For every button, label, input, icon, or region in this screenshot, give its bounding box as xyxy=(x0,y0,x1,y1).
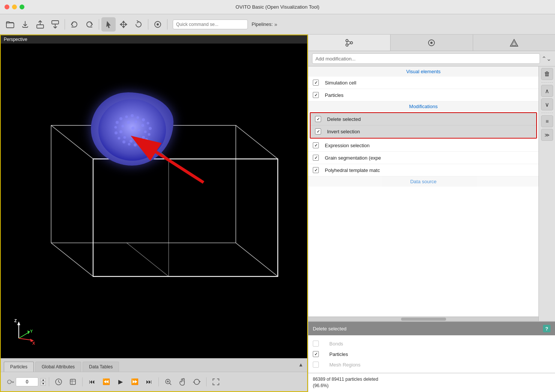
main-area: Perspective xyxy=(0,35,555,392)
pb-sep-2 xyxy=(82,377,83,386)
last-frame-btn[interactable]: ⏭ xyxy=(143,375,155,388)
rotate-tool-btn[interactable] xyxy=(131,17,146,32)
svg-line-17 xyxy=(127,243,169,276)
invert-selection-item[interactable]: Invert selection xyxy=(311,125,536,138)
svg-marker-54 xyxy=(27,330,30,334)
pipeline-tab[interactable] xyxy=(308,35,391,51)
svg-point-23 xyxy=(142,118,145,121)
modifications-header: Modifications xyxy=(308,101,538,112)
svg-point-24 xyxy=(147,122,149,125)
render-tab[interactable] xyxy=(391,35,473,51)
pipelines-arrow[interactable]: » xyxy=(274,21,277,27)
box-btn[interactable] xyxy=(66,375,79,388)
open-folder-btn[interactable] xyxy=(3,17,17,32)
import-btn[interactable] xyxy=(48,17,62,32)
first-frame-btn[interactable]: ⏮ xyxy=(86,375,98,388)
expression-selection-checkbox[interactable] xyxy=(313,142,319,148)
time-btn[interactable] xyxy=(52,375,65,388)
status-sub: (96.6%) xyxy=(313,383,329,388)
particles-option-label: Particles xyxy=(329,351,348,357)
particles-checkbox[interactable] xyxy=(313,92,319,98)
delete-panel-content: Bonds Particles Mesh Regions xyxy=(308,335,555,373)
redo-btn[interactable] xyxy=(82,17,97,32)
svg-rect-1 xyxy=(37,25,44,28)
viewport-header: Perspective xyxy=(1,35,307,44)
render-btn[interactable] xyxy=(151,17,165,32)
visual-elements-header: Visual elements xyxy=(308,66,538,77)
delete-item-btn[interactable]: 🗑 xyxy=(541,68,553,80)
tab-global-attributes[interactable]: Global Attributes xyxy=(35,362,81,372)
svg-line-6 xyxy=(51,125,93,159)
grain-segmentation-checkbox[interactable] xyxy=(313,155,319,161)
h-scrollbar-thumb xyxy=(401,318,446,321)
play-btn[interactable]: ▶ xyxy=(114,375,127,388)
invert-selection-checkbox[interactable] xyxy=(315,128,321,134)
tab-particles[interactable]: Particles xyxy=(4,362,34,372)
svg-point-4 xyxy=(157,23,159,26)
tab-up-arrow[interactable]: ▲ xyxy=(298,362,303,368)
quick-command-input[interactable] xyxy=(173,20,248,29)
add-modification-select[interactable]: Add modification... xyxy=(312,53,540,64)
close-button[interactable] xyxy=(5,5,9,9)
help-btn[interactable]: ? xyxy=(543,325,550,332)
hand-btn[interactable] xyxy=(176,375,189,388)
svg-point-29 xyxy=(134,143,137,146)
move-up-btn[interactable]: ∧ xyxy=(541,85,553,97)
more-options-btn[interactable]: ≡ xyxy=(541,115,553,127)
export-up-btn[interactable] xyxy=(33,17,47,32)
svg-line-65 xyxy=(59,382,60,383)
list-item[interactable]: Simulation cell xyxy=(308,77,538,89)
sync-btn[interactable] xyxy=(190,375,203,388)
grain-segmentation-item[interactable]: Grain segmentation (expe xyxy=(308,152,538,164)
right-panel-inner: Add modification... ⌃⌄ Visual elements S… xyxy=(308,35,555,392)
svg-point-34 xyxy=(115,126,117,129)
particles-option-checkbox[interactable] xyxy=(313,351,319,357)
delete-selected-label: Delete selected xyxy=(327,116,361,122)
separator-4 xyxy=(167,19,167,30)
double-down-btn[interactable]: ≫ xyxy=(541,129,553,141)
mesh-regions-label: Mesh Regions xyxy=(329,362,360,368)
svg-line-8 xyxy=(51,243,93,276)
polyhedral-template-item[interactable]: Polyhedral template matc xyxy=(308,164,538,176)
h-scrollbar[interactable] xyxy=(308,317,538,321)
svg-text:X: X xyxy=(32,341,35,345)
zoom-btn[interactable] xyxy=(162,375,175,388)
svg-rect-2 xyxy=(52,21,59,24)
frame-up-btn[interactable]: ▲ xyxy=(41,378,46,382)
simulation-cell-label: Simulation cell xyxy=(325,80,356,86)
svg-point-71 xyxy=(346,39,348,42)
prev-frame-btn[interactable]: ⏪ xyxy=(100,375,113,388)
frame-input[interactable]: 0 xyxy=(16,377,38,386)
overlay-tab[interactable] xyxy=(473,35,555,51)
delete-selected-item[interactable]: Delete selected xyxy=(311,113,536,125)
delete-panel: Delete selected ? Bonds Particles xyxy=(308,321,555,392)
polyhedral-template-checkbox[interactable] xyxy=(313,167,319,173)
viewport-canvas[interactable]: Z Y X xyxy=(1,44,307,358)
next-frame-btn[interactable]: ⏩ xyxy=(128,375,141,388)
modification-dropdown: Add modification... ⌃⌄ xyxy=(308,51,555,66)
undo-btn[interactable] xyxy=(67,17,81,32)
svg-point-78 xyxy=(430,42,433,44)
svg-line-68 xyxy=(169,383,171,385)
svg-text:Z: Z xyxy=(14,318,17,323)
frame-down-btn[interactable]: ▼ xyxy=(41,382,46,386)
list-item[interactable]: Particles xyxy=(308,89,538,101)
tab-data-tables[interactable]: Data Tables xyxy=(83,362,119,372)
simulation-cell-checkbox[interactable] xyxy=(313,80,319,86)
maximize-button[interactable] xyxy=(20,5,24,9)
move-down-btn[interactable]: ∨ xyxy=(541,98,553,110)
minimize-button[interactable] xyxy=(12,5,17,9)
particles-svg xyxy=(91,92,173,166)
move-tool-btn[interactable] xyxy=(116,17,131,32)
download-btn[interactable] xyxy=(18,17,32,32)
mesh-regions-checkbox[interactable] xyxy=(313,362,319,368)
fullscreen-btn[interactable] xyxy=(210,375,222,388)
bonds-option: Bonds xyxy=(313,338,550,349)
svg-point-33 xyxy=(115,131,118,134)
delete-panel-header: Delete selected ? xyxy=(308,322,555,335)
bonds-checkbox[interactable] xyxy=(313,341,319,347)
delete-selected-checkbox[interactable] xyxy=(315,116,321,122)
select-tool-btn[interactable] xyxy=(101,17,116,32)
expression-selection-item[interactable]: Expression selection xyxy=(308,139,538,152)
viewport-label: Perspective xyxy=(4,37,27,42)
